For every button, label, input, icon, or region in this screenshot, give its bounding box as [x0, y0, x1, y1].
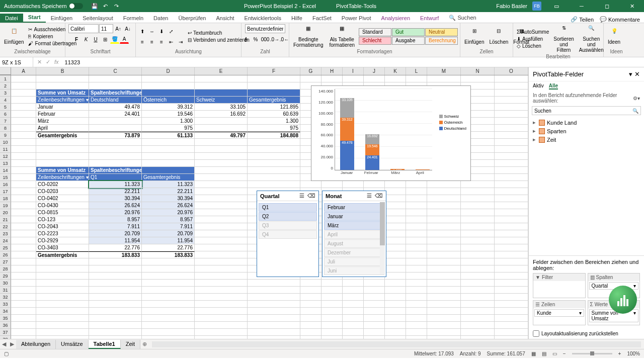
- col-header[interactable]: K: [385, 67, 406, 75]
- view-pagebreak-icon[interactable]: ▭: [552, 351, 557, 356]
- sheet-tab[interactable]: Abteilungen: [16, 340, 56, 349]
- slicer-item[interactable]: Q4: [259, 230, 317, 239]
- horizontal-scrollbar[interactable]: [152, 341, 641, 347]
- slicer-scrollbar[interactable]: [380, 202, 385, 275]
- row-header[interactable]: 10: [0, 139, 11, 146]
- comma-icon[interactable]: 000: [261, 35, 270, 44]
- redo-icon[interactable]: ↷: [113, 3, 120, 10]
- close-icon[interactable]: ✕: [622, 0, 642, 12]
- row-header[interactable]: 1: [0, 75, 11, 82]
- multi-select-icon[interactable]: ☰: [367, 193, 372, 199]
- row-header[interactable]: 18: [0, 195, 11, 202]
- paste-button[interactable]: 📋 Einfügen: [2, 27, 26, 46]
- style-neutral[interactable]: Neutral: [425, 28, 458, 36]
- tab-data[interactable]: Daten: [148, 14, 173, 23]
- name-box[interactable]: 9Z x 1S: [0, 57, 33, 67]
- pivot-chart[interactable]: 140.000120.000100.00080.00060.00040.0002…: [311, 85, 471, 181]
- find-select-button[interactable]: 🔍Suchen und Auswählen: [577, 24, 606, 54]
- row-header[interactable]: 32: [0, 294, 11, 301]
- slicer-item[interactable]: Januar: [324, 212, 384, 221]
- autosave-toggle[interactable]: Automatisches Speichern: [0, 3, 87, 9]
- spreadsheet-grid[interactable]: ABCDEFGHIJKLMNO 123456789101112131415161…: [0, 67, 528, 339]
- maximize-icon[interactable]: ◻: [597, 0, 617, 12]
- row-header[interactable]: 11: [0, 146, 11, 153]
- ribbon-mode-icon[interactable]: ▭: [546, 0, 567, 12]
- tab-factset[interactable]: FactSet: [307, 14, 337, 23]
- new-sheet-button[interactable]: ⊕: [140, 341, 149, 347]
- underline-icon[interactable]: U: [91, 35, 100, 44]
- area-filter[interactable]: ▼ Filter: [533, 273, 586, 298]
- user-name[interactable]: Fabio Basler: [496, 3, 527, 9]
- table-format-button[interactable]: ▦Als Tabelle formatieren: [326, 25, 358, 49]
- percent-icon[interactable]: %: [251, 35, 260, 44]
- slicer-item[interactable]: Q1: [259, 203, 317, 212]
- fx-icon[interactable]: fx: [54, 59, 59, 65]
- row-header[interactable]: 12: [0, 153, 11, 160]
- shrink-font-icon[interactable]: A↓: [123, 24, 132, 33]
- style-ausgabe[interactable]: Ausgabe: [392, 37, 425, 45]
- row-header[interactable]: 14: [0, 167, 11, 174]
- pane-menu-icon[interactable]: ▾ ✕: [629, 70, 640, 78]
- undo-icon[interactable]: ↶: [102, 3, 109, 10]
- defer-layout-checkbox[interactable]: [533, 330, 539, 337]
- tab-formulas[interactable]: Formeln: [118, 14, 148, 23]
- row-header[interactable]: 17: [0, 188, 11, 195]
- col-header[interactable]: M: [427, 67, 461, 75]
- row-header[interactable]: 15: [0, 174, 11, 181]
- field-table[interactable]: ▸Sparten: [533, 127, 640, 135]
- clear-button[interactable]: ◇ Löschen: [515, 43, 550, 49]
- tab-layout[interactable]: Seitenlayout: [77, 14, 118, 23]
- dec-decimal-icon[interactable]: .0←: [280, 35, 289, 44]
- row-header[interactable]: 19: [0, 202, 11, 209]
- slicer-monat[interactable]: Monat ☰⌫ FebruarJanuarMärzAprilAugustDez…: [322, 191, 386, 277]
- row-header[interactable]: 3: [0, 89, 11, 97]
- col-header[interactable]: B: [36, 67, 89, 75]
- col-header[interactable]: F: [248, 67, 300, 75]
- record-macro-icon[interactable]: ▢: [4, 351, 9, 356]
- col-header[interactable]: O: [495, 67, 528, 75]
- tab-design[interactable]: Entwurf: [415, 14, 444, 23]
- font-color-icon[interactable]: A: [120, 35, 129, 44]
- fill-button[interactable]: ⬇ Ausfüllen: [515, 36, 550, 42]
- clear-filter-icon[interactable]: ⌫: [307, 193, 315, 199]
- select-all-corner[interactable]: [0, 67, 11, 75]
- sheet-nav-prev[interactable]: ◀: [0, 341, 8, 347]
- col-header[interactable]: J: [364, 67, 385, 75]
- row-header[interactable]: 36: [0, 322, 11, 329]
- accept-formula-icon[interactable]: ✓: [46, 59, 50, 65]
- row-header[interactable]: 29: [0, 273, 11, 280]
- row-header[interactable]: 28: [0, 265, 11, 273]
- row-header[interactable]: 27: [0, 258, 11, 265]
- align-left-icon[interactable]: ≡: [138, 37, 147, 46]
- tab-help[interactable]: Hilfe: [286, 14, 307, 23]
- row-header[interactable]: 35: [0, 315, 11, 322]
- field-search-input[interactable]: Suchen🔍: [532, 106, 641, 115]
- align-middle-icon[interactable]: ↔: [147, 27, 156, 36]
- row-header[interactable]: 34: [0, 308, 11, 315]
- slicer-item[interactable]: August: [324, 239, 384, 248]
- sheet-tab[interactable]: Zeit: [121, 340, 140, 349]
- tab-insert[interactable]: Einfügen: [46, 14, 77, 23]
- col-header[interactable]: E: [195, 67, 248, 75]
- tab-view[interactable]: Ansicht: [211, 14, 239, 23]
- row-header[interactable]: 38: [0, 336, 11, 339]
- currency-icon[interactable]: ₿: [242, 35, 251, 44]
- area-rows[interactable]: ☰ Zeilen Kunde▾: [533, 300, 586, 325]
- font-size-select[interactable]: [99, 24, 113, 33]
- slicer-item[interactable]: März: [324, 221, 384, 230]
- align-top-icon[interactable]: ⬆: [138, 27, 147, 36]
- autosum-button[interactable]: Σ AutoSumme: [515, 29, 550, 35]
- row-header[interactable]: 2: [0, 82, 11, 89]
- clear-filter-icon[interactable]: ⌫: [375, 193, 383, 199]
- row-header[interactable]: 7: [0, 118, 11, 125]
- tab-analyze[interactable]: Analysieren: [376, 14, 415, 23]
- align-right-icon[interactable]: ≡: [157, 37, 166, 46]
- tab-developer[interactable]: Entwicklertools: [239, 14, 286, 23]
- view-layout-icon[interactable]: ▤: [542, 351, 546, 356]
- zoom-level[interactable]: 100%: [627, 351, 640, 356]
- fill-color-icon[interactable]: 🪣: [110, 35, 119, 44]
- bold-icon[interactable]: F: [72, 35, 81, 44]
- col-header[interactable]: A: [11, 67, 36, 75]
- inc-decimal-icon[interactable]: .0→: [270, 35, 279, 44]
- row-header[interactable]: 23: [0, 230, 11, 237]
